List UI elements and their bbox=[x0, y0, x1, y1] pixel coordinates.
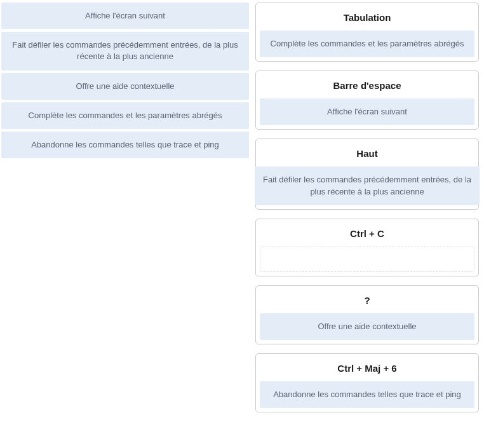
drop-zone[interactable]: Fait défiler les commandes précédemment … bbox=[255, 166, 480, 205]
target-card-question: ? Offre une aide contextuelle bbox=[255, 285, 479, 344]
drop-zone[interactable]: Complète les commandes et les paramètres… bbox=[260, 31, 474, 57]
source-item[interactable]: Complète les commandes et les paramètres… bbox=[1, 102, 249, 129]
drop-zone[interactable]: Offre une aide contextuelle bbox=[260, 313, 474, 340]
drop-zone[interactable]: Abandonne les commandes telles que trace… bbox=[260, 381, 474, 408]
target-title: ? bbox=[260, 292, 474, 313]
target-list: Tabulation Complète les commandes et les… bbox=[255, 3, 479, 412]
target-title: Haut bbox=[260, 146, 474, 166]
source-list: Affiche l'écran suivant Fait défiler les… bbox=[1, 3, 249, 158]
source-item[interactable]: Abandonne les commandes telles que trace… bbox=[1, 132, 249, 158]
target-title: Ctrl + Maj + 6 bbox=[260, 360, 474, 381]
target-card-space: Barre d'espace Affiche l'écran suivant bbox=[255, 71, 479, 130]
drop-zone[interactable] bbox=[260, 247, 474, 272]
source-item[interactable]: Offre une aide contextuelle bbox=[1, 73, 249, 100]
drop-zone[interactable]: Affiche l'écran suivant bbox=[260, 98, 474, 125]
target-title: Barre d'espace bbox=[260, 78, 474, 98]
target-card-ctrl-maj-6: Ctrl + Maj + 6 Abandonne les commandes t… bbox=[255, 353, 479, 412]
target-title: Tabulation bbox=[260, 10, 474, 31]
matching-exercise: Affiche l'écran suivant Fait défiler les… bbox=[1, 3, 483, 412]
target-title: Ctrl + C bbox=[260, 226, 474, 247]
target-card-tabulation: Tabulation Complète les commandes et les… bbox=[255, 3, 479, 62]
source-item[interactable]: Fait défiler les commandes précédemment … bbox=[1, 32, 249, 70]
source-item[interactable]: Affiche l'écran suivant bbox=[1, 3, 249, 29]
target-card-haut: Haut Fait défiler les commandes précédem… bbox=[255, 139, 479, 209]
target-card-ctrl-c: Ctrl + C bbox=[255, 219, 479, 276]
